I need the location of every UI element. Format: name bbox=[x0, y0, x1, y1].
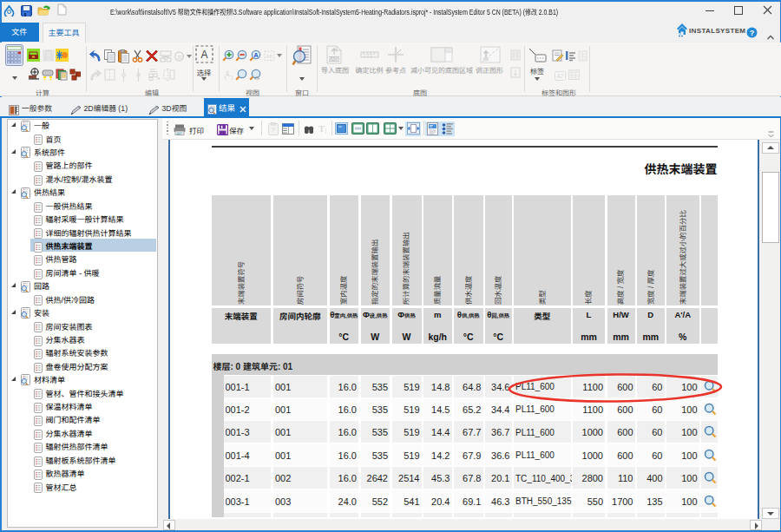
svg-text:BASE: BASE bbox=[328, 56, 340, 62]
svg-text:A: A bbox=[253, 50, 259, 58]
svg-text:?: ? bbox=[750, 28, 755, 36]
svg-text:AP: AP bbox=[266, 54, 273, 59]
svg-text:A: A bbox=[200, 49, 207, 61]
svg-text:1 2 3: 1 2 3 bbox=[364, 54, 373, 58]
svg-text:?: ? bbox=[272, 127, 275, 133]
svg-text:A2: A2 bbox=[557, 73, 564, 79]
svg-text:3D: 3D bbox=[177, 54, 184, 59]
svg-text:I: I bbox=[325, 128, 327, 135]
